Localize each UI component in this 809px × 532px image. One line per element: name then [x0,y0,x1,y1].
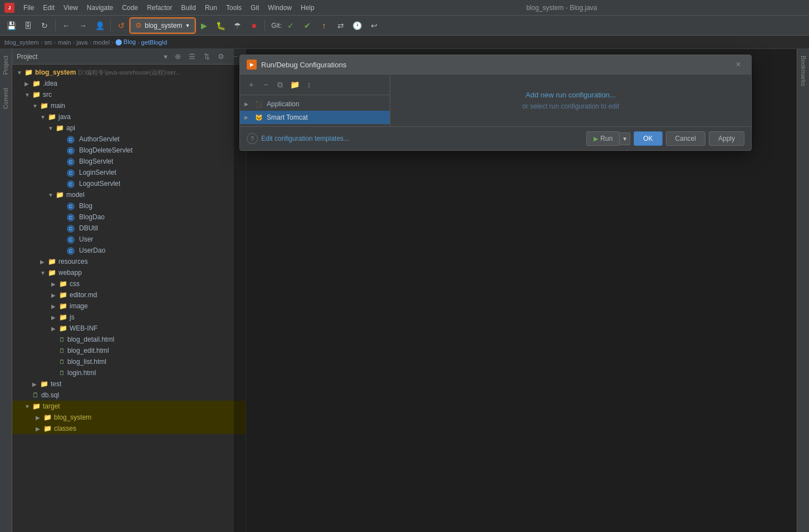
remove-config-btn[interactable]: − [259,78,272,91]
menu-code[interactable]: Code [117,3,143,13]
config-item-application[interactable]: ▶ ⬛ Application [240,97,390,111]
copy-config-btn[interactable]: ⧉ [273,78,287,91]
tree-login-servlet[interactable]: ▶ C LoginServlet [12,167,246,178]
breadcrumb-src[interactable]: src [44,39,52,46]
tree-main[interactable]: ▼ 📁 main [12,100,246,111]
menu-git[interactable]: Git [246,3,263,13]
stop-btn[interactable]: ■ [246,18,262,33]
add-config-link[interactable]: Add new run configuration... [526,91,616,99]
sidebar-left: Project Commit [0,49,12,532]
tree-blog[interactable]: ▶ C Blog [12,200,246,211]
tree-logout-servlet[interactable]: ▶ C LogoutServlet [12,178,246,189]
tree-blogsystem[interactable]: ▶ 📁 blog_system [12,412,246,423]
menu-tools[interactable]: Tools [222,3,246,13]
tree-idea[interactable]: ▶ 📁 .idea [12,78,246,89]
menu-navigate[interactable]: Navigate [82,3,117,13]
tree-test[interactable]: ▶ 📁 test [12,378,246,390]
menu-refactor[interactable]: Refactor [143,3,176,13]
panel-collapse-btn[interactable]: ☰ [187,51,198,62]
bookmarks-tab[interactable]: Bookmarks [798,49,809,93]
tree-root[interactable]: ▼ 📁 blog_system D:\编程专\java-warehouse(远程… [12,67,246,78]
git-label: Git: [271,22,282,29]
config-left-panel: + − ⧉ 📁 ↕ ▶ ⬛ Application [240,75,390,126]
breadcrumb-main[interactable]: main [58,39,71,46]
panel-sort-btn[interactable]: ⇅ [201,51,212,62]
run-btn[interactable]: ▶ [196,18,212,33]
cancel-button[interactable]: Cancel [666,131,705,146]
target-folder-icon: 📁 [32,402,41,410]
git-commit-btn[interactable]: ✔ [300,18,315,33]
menu-edit[interactable]: Edit [38,3,59,13]
config-item-smart-tomcat[interactable]: ▶ 🐱 Smart Tomcat [240,111,390,124]
edit-templates-link[interactable]: Edit configuration templates... [261,135,349,142]
forward-btn[interactable]: → [75,18,91,33]
tree-login[interactable]: ▶ 🗒 login.html [12,367,246,378]
add-config-btn[interactable]: + [244,78,258,91]
breadcrumb-project[interactable]: blog_system [4,39,39,46]
help-icon[interactable]: ? [247,133,258,144]
tree-blog-servlet[interactable]: ▶ C BlogServlet [12,156,246,167]
tree-model[interactable]: ▼ 📁 model [12,189,246,200]
tree-author-servlet[interactable]: ▶ C AuthorServlet [12,134,246,145]
tree-dbutil[interactable]: ▶ C DBUtil [12,223,246,234]
project-tab[interactable]: Project [0,49,12,81]
tree-src[interactable]: ▼ 📁 src [12,89,246,100]
folder-config-btn[interactable]: 📁 [288,78,301,91]
dialog-close-btn[interactable]: × [732,58,744,71]
menu-help[interactable]: Help [296,3,319,13]
tree-user[interactable]: ▶ C User [12,234,246,245]
tree-blogedit[interactable]: ▶ 🗒 blog_edit.html [12,345,246,356]
sync-btn[interactable]: ↻ [37,18,52,33]
tree-classes[interactable]: ▶ 📁 classes [12,423,246,434]
model-folder-icon: 📁 [56,191,64,199]
commit-tab[interactable]: Commit [0,81,12,116]
breadcrumb-class[interactable]: ⬤ Blog [115,38,136,46]
breadcrumb-java[interactable]: java [76,39,87,46]
tree-editormd[interactable]: ▶ 📁 editor.md [12,289,246,301]
coverage-btn[interactable]: ☂ [229,18,245,33]
run-dropdown-btn[interactable]: ▼ [620,132,630,145]
menu-view[interactable]: View [59,3,82,13]
panel-settings-btn[interactable]: ⚙ [215,51,227,62]
tree-resources[interactable]: ▶ 📁 resources [12,256,246,267]
git-rollback-btn[interactable]: ↩ [366,18,382,33]
panel-dropdown[interactable]: ▼ [163,53,169,60]
git-update-btn[interactable]: ✓ [283,18,298,33]
tree-target[interactable]: ▼ 📁 target [12,401,246,412]
git-history-btn[interactable]: 🕐 [350,18,365,33]
tree-userdao[interactable]: ▶ C UserDao [12,245,246,256]
ok-button[interactable]: OK [634,131,662,146]
editormd-label: editor.md [70,291,97,299]
save-all-btn[interactable]: 🗄 [20,18,36,33]
run-button[interactable]: ▶ Run [586,131,620,146]
git-push-btn[interactable]: ↑ [316,18,332,33]
tree-bloglist[interactable]: ▶ 🗒 blog_list.html [12,356,246,367]
tree-image[interactable]: ▶ 📁 image [12,301,246,312]
back-btn[interactable]: ← [58,18,74,33]
run-config-selector[interactable]: ⚙ blog_system ▼ [130,18,195,33]
tree-java[interactable]: ▼ 📁 java [12,111,246,122]
tree-blogdelete-servlet[interactable]: ▶ C BlogDeleteServlet [12,145,246,156]
tree-webapp[interactable]: ▼ 📁 webapp [12,267,246,278]
breadcrumb-method[interactable]: getBlogId [141,39,167,46]
debug-btn[interactable]: 🐛 [213,18,228,33]
menu-file[interactable]: File [19,3,38,13]
profile-btn[interactable]: 👤 [92,18,107,33]
git-merge-btn[interactable]: ⇄ [333,18,349,33]
tree-blogdetail[interactable]: ▶ 🗒 blog_detail.html [12,334,246,345]
revert-btn[interactable]: ↺ [114,18,129,33]
tree-api[interactable]: ▼ 📁 api [12,122,246,134]
menu-run[interactable]: Run [200,3,222,13]
tree-js[interactable]: ▶ 📁 js [12,312,246,323]
tree-webinf[interactable]: ▶ 📁 WEB-INF [12,323,246,334]
tree-blogdao[interactable]: ▶ C BlogDao [12,211,246,223]
tree-css[interactable]: ▶ 📁 css [12,278,246,289]
menu-build[interactable]: Build [176,3,200,13]
breadcrumb-model[interactable]: model [93,39,110,46]
save-btn[interactable]: 💾 [3,18,19,33]
panel-locate-btn[interactable]: ⊕ [172,51,183,62]
apply-button[interactable]: Apply [709,131,744,146]
menu-window[interactable]: Window [263,3,296,13]
sort-config-btn[interactable]: ↕ [302,78,316,91]
tree-dbsql[interactable]: ▶ 🗒 db.sql [12,390,246,401]
